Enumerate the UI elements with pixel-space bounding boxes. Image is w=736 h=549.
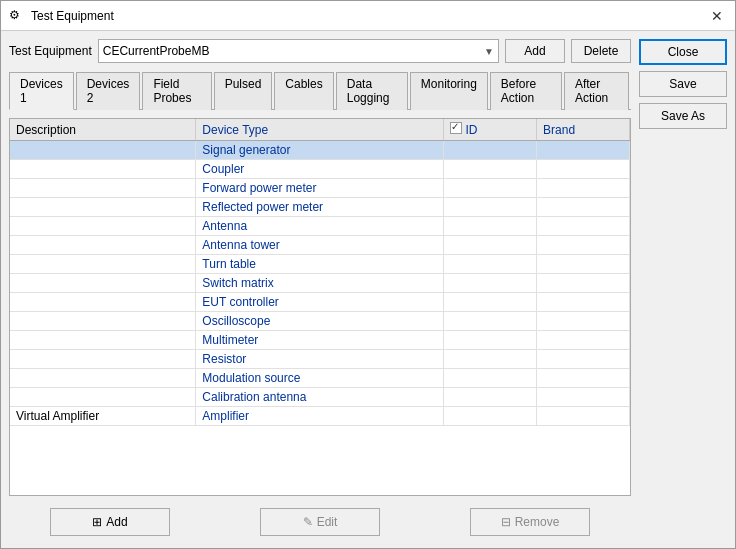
table-row[interactable]: Calibration antenna bbox=[10, 388, 630, 407]
save-button[interactable]: Save bbox=[639, 71, 727, 97]
table-row[interactable]: Switch matrix bbox=[10, 274, 630, 293]
window-icon: ⚙ bbox=[9, 8, 25, 24]
cell-brand bbox=[537, 312, 630, 331]
table-row[interactable]: Forward power meter bbox=[10, 179, 630, 198]
window-title: Test Equipment bbox=[31, 9, 114, 23]
cell-device-type: Antenna tower bbox=[196, 236, 444, 255]
cell-id bbox=[444, 369, 537, 388]
cell-id bbox=[444, 198, 537, 217]
cell-id bbox=[444, 160, 537, 179]
col-header-description: Description bbox=[10, 119, 196, 141]
close-button[interactable]: Close bbox=[639, 39, 727, 65]
col-header-id: ID bbox=[444, 119, 537, 141]
cell-description bbox=[10, 369, 196, 388]
table-row[interactable]: Virtual AmplifierAmplifier bbox=[10, 407, 630, 426]
title-bar: ⚙ Test Equipment ✕ bbox=[1, 1, 735, 31]
cell-device-type: Signal generator bbox=[196, 141, 444, 160]
cell-description bbox=[10, 141, 196, 160]
tab-field-probes[interactable]: Field Probes bbox=[142, 72, 211, 110]
cell-description bbox=[10, 198, 196, 217]
cell-device-type: Modulation source bbox=[196, 369, 444, 388]
table-row[interactable]: Multimeter bbox=[10, 331, 630, 350]
cell-id bbox=[444, 388, 537, 407]
edit-row-icon: ✎ bbox=[303, 515, 313, 529]
content-area: Test Equipment CECurrentProbeMB ▼ Add De… bbox=[1, 31, 735, 548]
table-row[interactable]: Oscilloscope bbox=[10, 312, 630, 331]
cell-description bbox=[10, 255, 196, 274]
cell-device-type: Forward power meter bbox=[196, 179, 444, 198]
cell-device-type: Coupler bbox=[196, 160, 444, 179]
cell-brand bbox=[537, 331, 630, 350]
cell-device-type: Amplifier bbox=[196, 407, 444, 426]
remove-row-label: Remove bbox=[515, 515, 560, 529]
col-header-device-type[interactable]: Device Type bbox=[196, 119, 444, 141]
table-row[interactable]: Reflected power meter bbox=[10, 198, 630, 217]
cell-brand bbox=[537, 369, 630, 388]
cell-brand bbox=[537, 236, 630, 255]
table-row[interactable]: Signal generator bbox=[10, 141, 630, 160]
cell-id bbox=[444, 255, 537, 274]
cell-description bbox=[10, 350, 196, 369]
cell-id bbox=[444, 407, 537, 426]
remove-row-icon: ⊟ bbox=[501, 515, 511, 529]
cell-description bbox=[10, 160, 196, 179]
edit-row-label: Edit bbox=[317, 515, 338, 529]
cell-id bbox=[444, 350, 537, 369]
cell-device-type: Reflected power meter bbox=[196, 198, 444, 217]
table-row[interactable]: Resistor bbox=[10, 350, 630, 369]
cell-id bbox=[444, 331, 537, 350]
cell-device-type: Multimeter bbox=[196, 331, 444, 350]
add-row-button[interactable]: ⊞ Add bbox=[50, 508, 170, 536]
table-row[interactable]: Coupler bbox=[10, 160, 630, 179]
tab-devices2[interactable]: Devices 2 bbox=[76, 72, 141, 110]
tab-after-action[interactable]: After Action bbox=[564, 72, 629, 110]
cell-brand bbox=[537, 388, 630, 407]
tab-cables[interactable]: Cables bbox=[274, 72, 333, 110]
cell-brand bbox=[537, 198, 630, 217]
add-equipment-button[interactable]: Add bbox=[505, 39, 565, 63]
cell-id bbox=[444, 217, 537, 236]
tab-pulsed[interactable]: Pulsed bbox=[214, 72, 273, 110]
main-panel: Test Equipment CECurrentProbeMB ▼ Add De… bbox=[9, 39, 631, 540]
table-row[interactable]: Antenna bbox=[10, 217, 630, 236]
right-panel: Close Save Save As bbox=[639, 39, 727, 540]
cell-id bbox=[444, 312, 537, 331]
window-close-button[interactable]: ✕ bbox=[707, 9, 727, 23]
test-equipment-label: Test Equipment bbox=[9, 44, 92, 58]
col-header-brand: Brand bbox=[537, 119, 630, 141]
table-row[interactable]: EUT controller bbox=[10, 293, 630, 312]
top-row: Test Equipment CECurrentProbeMB ▼ Add De… bbox=[9, 39, 631, 63]
edit-row-button[interactable]: ✎ Edit bbox=[260, 508, 380, 536]
cell-description bbox=[10, 293, 196, 312]
save-as-button[interactable]: Save As bbox=[639, 103, 727, 129]
table-body: Signal generatorCouplerForward power met… bbox=[10, 141, 630, 426]
cell-brand bbox=[537, 293, 630, 312]
table-row[interactable]: Modulation source bbox=[10, 369, 630, 388]
cell-id bbox=[444, 236, 537, 255]
main-window: ⚙ Test Equipment ✕ Test Equipment CECurr… bbox=[0, 0, 736, 549]
table-row[interactable]: Turn table bbox=[10, 255, 630, 274]
dropdown-value: CECurrentProbeMB bbox=[103, 44, 210, 58]
equipment-dropdown[interactable]: CECurrentProbeMB ▼ bbox=[98, 39, 499, 63]
cell-device-type: Oscilloscope bbox=[196, 312, 444, 331]
cell-device-type: Switch matrix bbox=[196, 274, 444, 293]
remove-row-button[interactable]: ⊟ Remove bbox=[470, 508, 590, 536]
bottom-button-row: ⊞ Add ✎ Edit ⊟ Remove bbox=[9, 504, 631, 540]
table-row[interactable]: Antenna tower bbox=[10, 236, 630, 255]
tab-bar: Devices 1 Devices 2 Field Probes Pulsed … bbox=[9, 71, 631, 110]
cell-description bbox=[10, 388, 196, 407]
tab-before-action[interactable]: Before Action bbox=[490, 72, 562, 110]
delete-equipment-button[interactable]: Delete bbox=[571, 39, 631, 63]
cell-brand bbox=[537, 255, 630, 274]
device-table-container: Description Device Type ID Brand Signal … bbox=[9, 118, 631, 496]
cell-id bbox=[444, 141, 537, 160]
cell-description: Virtual Amplifier bbox=[10, 407, 196, 426]
cell-device-type: Resistor bbox=[196, 350, 444, 369]
cell-brand bbox=[537, 179, 630, 198]
cell-description bbox=[10, 179, 196, 198]
tab-data-logging[interactable]: Data Logging bbox=[336, 72, 408, 110]
tab-devices1[interactable]: Devices 1 bbox=[9, 72, 74, 110]
tab-monitoring[interactable]: Monitoring bbox=[410, 72, 488, 110]
id-checkbox[interactable] bbox=[450, 122, 462, 134]
cell-brand bbox=[537, 160, 630, 179]
